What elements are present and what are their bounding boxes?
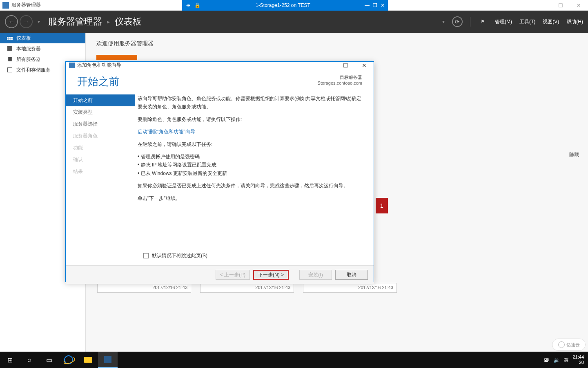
wizard-maximize-button[interactable]: ☐	[339, 62, 352, 69]
wizard-icon	[69, 63, 75, 68]
breadcrumb-root[interactable]: 服务器管理器	[48, 16, 102, 28]
menu-manage[interactable]: 管理(M)	[495, 18, 512, 25]
quick-start-tile	[96, 55, 137, 60]
wizard-nav-features: 功能	[66, 142, 135, 154]
wizard-verify-text: 如果你必须验证是否已完成上述任何先决条件，请关闭向导，完成这些步骤，然后再次运行…	[138, 182, 365, 190]
start-button[interactable]: ⊞	[0, 352, 20, 368]
servers-icon	[7, 56, 13, 62]
wizard-nav-before-you-begin[interactable]: 开始之前	[66, 94, 135, 106]
wizard-titlebar[interactable]: 添加角色和功能向导 — ☐ ✕	[66, 62, 374, 69]
tray-clock[interactable]: 21:44 20	[572, 355, 584, 365]
menu-view[interactable]: 视图(V)	[543, 18, 559, 25]
breadcrumb: 服务器管理器 ▸ 仪表板	[48, 16, 142, 28]
server-manager-header: ← → ▾ 服务器管理器 ▸ 仪表板 ▾ ⟳ ⚑ 管理(M) 工具(T) 视图(…	[0, 11, 588, 33]
ie-icon	[64, 355, 73, 364]
outer-minimize-button[interactable]: —	[533, 0, 551, 11]
alert-badge[interactable]: 1	[376, 198, 388, 213]
taskbar-explorer[interactable]	[78, 352, 98, 368]
sidebar-item-label: 所有服务器	[16, 56, 41, 63]
wizard-minimize-button[interactable]: —	[321, 62, 333, 69]
add-roles-wizard-dialog: 添加角色和功能向导 — ☐ ✕ 开始之前 目标服务器 Storages.cont…	[65, 61, 374, 282]
taskbar-server-manager[interactable]	[98, 352, 118, 368]
outer-close-button[interactable]: ✕	[570, 0, 588, 11]
wizard-nav-server-roles: 服务器角色	[66, 130, 135, 142]
app-title: 服务器管理器	[11, 2, 41, 9]
sidebar-item-local-server[interactable]: 本地服务器	[0, 43, 85, 54]
wizard-footer: < 上一步(P) 下一步(N) > 安装(I) 取消	[66, 265, 374, 284]
flag-icon[interactable]: ⚑	[478, 17, 488, 27]
sidebar-item-label: 本地服务器	[16, 45, 41, 52]
wizard-continue-text: 单击"下一步"继续。	[138, 194, 365, 202]
server-manager-icon	[104, 356, 111, 363]
wizard-prereq-list: 管理员帐户使用的是强密码 静态 IP 地址等网络设置已配置完成 已从 Windo…	[138, 153, 365, 177]
vm-minimize-button[interactable]: —	[365, 2, 370, 8]
nav-dropdown-icon[interactable]: ▾	[38, 19, 40, 25]
sidebar-item-label: 仪表板	[16, 35, 31, 42]
menu-help[interactable]: 帮助(H)	[566, 18, 583, 25]
wizard-target-info: 目标服务器 Storages.contoso.com	[318, 74, 362, 85]
wizard-prereq-intro: 在继续之前，请确认完成以下任务:	[138, 140, 365, 148]
wizard-bullet: 已从 Windows 更新安装最新的安全更新	[138, 169, 365, 177]
storage-icon	[7, 67, 13, 73]
folder-icon	[84, 357, 92, 363]
tray-network-icon[interactable]: 🖳	[544, 357, 549, 363]
sidebar-item-label: 文件和存储服务	[16, 67, 51, 74]
wizard-remove-link[interactable]: 启动"删除角色和功能"向导	[138, 129, 195, 135]
wizard-content: 该向导可帮助你安装角色、角色服务或功能。你需要根据组织的计算要求(例如共享文档或…	[135, 92, 374, 265]
nav-forward-button: →	[20, 15, 33, 28]
tile-card: 2017/12/16 21:43	[303, 283, 397, 293]
wizard-heading: 开始之前	[77, 74, 120, 89]
hide-link[interactable]: 隐藏	[569, 151, 579, 158]
wizard-nav-installation-type[interactable]: 安装类型	[66, 106, 135, 118]
taskbar: ⊞ ⌕ ▭ 🖳 🔉 英 21:44 20	[0, 352, 588, 368]
watermark-icon	[558, 341, 565, 348]
taskbar-ie[interactable]	[59, 352, 78, 368]
wizard-cancel-button[interactable]: 取消	[335, 270, 368, 280]
search-button[interactable]: ⌕	[20, 352, 39, 368]
wizard-install-button: 安装(I)	[299, 270, 332, 280]
wizard-nav-results: 结果	[66, 166, 135, 177]
wizard-remove-text: 要删除角色、角色服务或功能，请执行以下操作:	[138, 115, 365, 123]
vm-lock-icon[interactable]: 🔒	[194, 2, 200, 8]
system-tray: 🖳 🔉 英 21:44 20	[544, 355, 588, 365]
tray-volume-icon[interactable]: 🔉	[553, 357, 560, 363]
wizard-skip-label: 默认情况下将跳过此页(S)	[152, 251, 207, 260]
wizard-intro-text: 该向导可帮助你安装角色、角色服务或功能。你需要根据组织的计算要求(例如共享文档或…	[138, 94, 365, 111]
wizard-previous-button: < 上一步(P)	[216, 270, 250, 280]
checkbox-icon[interactable]	[143, 253, 149, 258]
wizard-bullet: 管理员帐户使用的是强密码	[138, 153, 365, 161]
breadcrumb-separator-icon: ▸	[107, 18, 110, 25]
content-welcome-title: 欢迎使用服务器管理器	[96, 40, 577, 47]
vm-close-button[interactable]: ✕	[381, 2, 385, 8]
wizard-title: 添加角色和功能向导	[77, 62, 121, 69]
wizard-nav-confirmation: 确认	[66, 154, 135, 166]
task-view-button[interactable]: ▭	[39, 352, 59, 368]
watermark-badge: 亿速云	[552, 339, 586, 351]
tray-ime[interactable]: 英	[564, 357, 568, 363]
tile-card: 2017/12/16 21:43	[200, 283, 294, 293]
vm-connection-bar: ⇹ 🔒 1-Storage1-252 on TEST — ❐ ✕	[182, 0, 388, 11]
vm-title: 1-Storage1-252 on TEST	[205, 2, 361, 8]
dashboard-icon	[7, 35, 13, 41]
wizard-next-button[interactable]: 下一步(N) >	[253, 270, 289, 280]
menu-tools[interactable]: 工具(T)	[519, 18, 535, 25]
vm-pin-icon[interactable]: ⇹	[186, 2, 190, 8]
breadcrumb-leaf[interactable]: 仪表板	[115, 16, 142, 28]
outer-maximize-button[interactable]: ☐	[551, 0, 570, 11]
server-icon	[7, 46, 13, 52]
app-icon	[2, 2, 9, 9]
refresh-icon[interactable]: ⟳	[452, 16, 463, 27]
nav-back-button[interactable]: ←	[5, 15, 18, 28]
wizard-bullet: 静态 IP 地址等网络设置已配置完成	[138, 161, 365, 169]
wizard-close-button[interactable]: ✕	[358, 62, 370, 69]
tile-card: 2017/12/16 21:43	[97, 283, 191, 293]
wizard-skip-checkbox-row[interactable]: 默认情况下将跳过此页(S)	[138, 251, 365, 265]
sidebar-item-dashboard[interactable]: 仪表板	[0, 33, 85, 43]
vm-restore-button[interactable]: ❐	[373, 2, 377, 8]
wizard-nav-server-selection[interactable]: 服务器选择	[66, 118, 135, 130]
wizard-nav: 开始之前 安装类型 服务器选择 服务器角色 功能 确认 结果	[66, 92, 135, 265]
